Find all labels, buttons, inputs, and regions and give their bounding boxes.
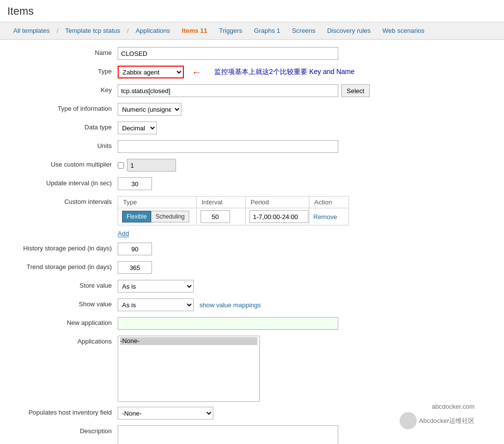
watermark-icon <box>400 412 417 429</box>
key-label: Key <box>10 84 118 94</box>
new-application-row: New application <box>10 317 431 331</box>
new-application-input[interactable] <box>118 317 338 330</box>
trend-input[interactable] <box>118 261 152 274</box>
nav-discovery-rules[interactable]: Discovery rules <box>321 23 377 38</box>
flexible-button[interactable]: Flexible <box>122 211 151 222</box>
data-type-select[interactable]: Decimal Octal Hexadecimal Boolean <box>118 122 157 134</box>
show-value-label: Show value <box>10 298 118 308</box>
multiplier-checkbox[interactable] <box>118 162 124 169</box>
ci-period-header: Period <box>246 197 309 208</box>
new-application-wrap <box>118 317 431 330</box>
key-input[interactable] <box>118 84 338 97</box>
annotation-text: 监控项基本上就这2个比较重要 Key and Name <box>214 68 354 76</box>
update-label: Update interval (in sec) <box>10 177 118 187</box>
intervals-header: Type Interval Period Action <box>118 197 349 208</box>
show-value-select[interactable]: As is <box>118 298 194 311</box>
add-interval-link[interactable]: Add <box>118 230 129 238</box>
nav-triggers[interactable]: Triggers <box>213 23 248 38</box>
show-value-wrap: As is show value mappings <box>118 298 431 311</box>
type-info-row: Type of information Numeric (unsigned) N… <box>10 103 431 117</box>
intervals-data-row: Flexible Scheduling Remove <box>118 208 349 225</box>
intervals-wrapper: Type Interval Period Action Flexible Sch… <box>118 196 353 238</box>
nav-items[interactable]: Items 11 <box>176 23 213 38</box>
type-row: Type Zabbix agent ← 监控项基本上就这2个比较重要 Key a… <box>10 66 431 79</box>
watermark: abcdocker.com Abcdocker运维社区 <box>400 403 475 429</box>
inventory-select[interactable]: -None- <box>118 407 213 419</box>
description-textarea[interactable] <box>118 425 338 444</box>
name-input[interactable] <box>118 47 338 60</box>
multiplier-label: Use custom multiplier <box>10 159 118 168</box>
units-input[interactable] <box>118 140 338 153</box>
name-row: Name <box>10 47 431 61</box>
type-info-wrap: Numeric (unsigned) Numeric (float) Chara… <box>118 103 431 116</box>
ci-type-cell: Flexible Scheduling <box>118 209 197 224</box>
name-wrap <box>118 47 431 60</box>
key-row: Key Select <box>10 84 431 98</box>
name-label: Name <box>10 47 118 56</box>
units-wrap <box>118 140 431 153</box>
update-input[interactable] <box>118 177 152 190</box>
applications-listbox[interactable]: -None- <box>118 336 260 402</box>
applications-label: Applications <box>10 336 118 345</box>
custom-intervals-label: Custom intervals <box>10 196 118 205</box>
new-application-label: New application <box>10 317 118 326</box>
inventory-wrap: -None- <box>118 407 431 419</box>
key-wrap: Select <box>118 84 431 97</box>
add-link-wrap: Add <box>118 228 353 238</box>
multiplier-row: Use custom multiplier <box>10 159 431 173</box>
type-label: Type <box>10 66 118 75</box>
type-info-label: Type of information <box>10 103 118 112</box>
type-wrap: Zabbix agent ← 监控项基本上就这2个比较重要 Key and Na… <box>118 66 431 78</box>
update-row: Update interval (in sec) <box>10 177 431 191</box>
store-value-select[interactable]: As is Delta (speed per second) Delta (si… <box>118 280 194 293</box>
ci-period-cell <box>246 208 309 225</box>
nav-graphs[interactable]: Graphs 1 <box>248 23 286 38</box>
type-info-select[interactable]: Numeric (unsigned) Numeric (float) Chara… <box>118 103 181 116</box>
show-value-row: Show value As is show value mappings <box>10 298 431 312</box>
navigation-bar: All templates / Template tcp status / Ap… <box>0 22 504 40</box>
ci-interval-input[interactable] <box>201 210 230 223</box>
update-wrap <box>118 177 431 190</box>
ci-interval-cell <box>197 208 246 225</box>
history-wrap <box>118 243 431 255</box>
nav-all-templates[interactable]: All templates <box>7 23 55 38</box>
trend-row: Trend storage period (in days) <box>10 261 431 275</box>
watermark-text2: Abcdocker运维社区 <box>419 417 475 425</box>
remove-link[interactable]: Remove <box>313 213 337 221</box>
scheduling-button[interactable]: Scheduling <box>151 211 189 222</box>
units-row: Units <box>10 140 431 154</box>
select-button[interactable]: Select <box>341 84 370 97</box>
custom-intervals-row: Custom intervals Type Interval Period Ac… <box>10 196 431 238</box>
applications-wrap: -None- <box>118 336 431 402</box>
units-label: Units <box>10 140 118 149</box>
ci-period-input[interactable] <box>250 210 308 223</box>
store-value-label: Store value <box>10 280 118 289</box>
red-arrow: ← <box>192 67 202 78</box>
show-value-mappings-link[interactable]: show value mappings <box>200 301 261 309</box>
type-select[interactable]: Zabbix agent <box>118 66 184 78</box>
description-label: Description <box>10 425 118 435</box>
watermark-text1: abcdocker.com <box>400 403 475 410</box>
nav-template[interactable]: Template tcp status <box>59 23 126 38</box>
nav-sep2: / <box>126 23 130 38</box>
nav-applications[interactable]: Applications <box>130 23 176 38</box>
data-type-wrap: Decimal Octal Hexadecimal Boolean <box>118 122 431 134</box>
ci-type-header: Type <box>118 197 197 208</box>
data-type-label: Data type <box>10 122 118 131</box>
form-container: Name Type Zabbix agent ← 监控项基本上就这2个比较重要 … <box>0 40 441 444</box>
ci-action-header: Action <box>309 197 349 208</box>
nav-screens[interactable]: Screens <box>286 23 322 38</box>
applications-row: Applications -None- <box>10 336 431 402</box>
history-row: History storage period (in days) <box>10 243 431 256</box>
ci-action-cell: Remove <box>309 211 349 222</box>
intervals-table: Type Interval Period Action Flexible Sch… <box>118 196 349 225</box>
watermark-wrap: Abcdocker运维社区 <box>400 412 475 429</box>
multiplier-input[interactable] <box>127 159 176 172</box>
history-label: History storage period (in days) <box>10 243 118 252</box>
history-input[interactable] <box>118 243 152 255</box>
trend-wrap <box>118 261 431 274</box>
data-type-row: Data type Decimal Octal Hexadecimal Bool… <box>10 122 431 135</box>
nav-web-scenarios[interactable]: Web scenarios <box>377 23 430 38</box>
description-row: Description <box>10 425 431 444</box>
store-value-row: Store value As is Delta (speed per secon… <box>10 280 431 294</box>
